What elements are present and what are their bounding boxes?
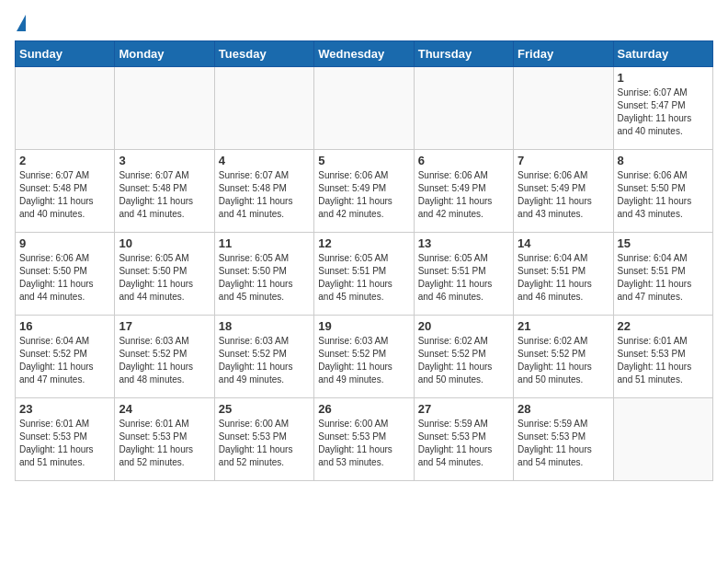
calendar-cell: 27Sunrise: 5:59 AM Sunset: 5:53 PM Dayli…: [414, 398, 513, 481]
calendar-cell: 25Sunrise: 6:00 AM Sunset: 5:53 PM Dayli…: [214, 398, 313, 481]
calendar-cell: [414, 67, 513, 150]
logo: [15, 15, 26, 33]
day-number: 24: [119, 402, 210, 416]
day-info: Sunrise: 6:01 AM Sunset: 5:53 PM Dayligh…: [19, 418, 110, 469]
calendar-header-saturday: Saturday: [613, 41, 712, 67]
day-info: Sunrise: 6:06 AM Sunset: 5:49 PM Dayligh…: [318, 169, 409, 221]
day-number: 17: [119, 319, 210, 333]
day-info: Sunrise: 6:01 AM Sunset: 5:53 PM Dayligh…: [618, 335, 709, 386]
day-number: 27: [418, 402, 509, 416]
calendar-header-friday: Friday: [514, 41, 613, 67]
calendar-cell: 7Sunrise: 6:06 AM Sunset: 5:49 PM Daylig…: [514, 150, 613, 233]
calendar-header-monday: Monday: [115, 41, 214, 67]
day-number: 12: [318, 236, 409, 250]
day-info: Sunrise: 6:07 AM Sunset: 5:48 PM Dayligh…: [19, 169, 110, 221]
day-info: Sunrise: 6:05 AM Sunset: 5:50 PM Dayligh…: [119, 252, 210, 304]
day-number: 6: [418, 154, 509, 167]
day-info: Sunrise: 6:01 AM Sunset: 5:53 PM Dayligh…: [119, 418, 210, 469]
day-info: Sunrise: 6:02 AM Sunset: 5:52 PM Dayligh…: [418, 335, 509, 386]
calendar-cell: 13Sunrise: 6:05 AM Sunset: 5:51 PM Dayli…: [414, 233, 513, 316]
day-number: 14: [518, 236, 609, 250]
calendar-cell: 6Sunrise: 6:06 AM Sunset: 5:49 PM Daylig…: [414, 150, 513, 233]
calendar-cell: 5Sunrise: 6:06 AM Sunset: 5:49 PM Daylig…: [314, 150, 414, 233]
day-info: Sunrise: 6:05 AM Sunset: 5:50 PM Dayligh…: [219, 252, 310, 304]
day-info: Sunrise: 6:05 AM Sunset: 5:51 PM Dayligh…: [318, 252, 409, 304]
day-info: Sunrise: 6:06 AM Sunset: 5:49 PM Dayligh…: [418, 169, 509, 221]
day-info: Sunrise: 5:59 AM Sunset: 5:53 PM Dayligh…: [418, 418, 509, 469]
day-info: Sunrise: 6:03 AM Sunset: 5:52 PM Dayligh…: [119, 335, 210, 386]
day-info: Sunrise: 6:06 AM Sunset: 5:49 PM Dayligh…: [518, 169, 609, 221]
day-number: 8: [618, 154, 709, 167]
calendar-cell: 11Sunrise: 6:05 AM Sunset: 5:50 PM Dayli…: [214, 233, 313, 316]
day-number: 7: [518, 154, 609, 167]
calendar-cell: 28Sunrise: 5:59 AM Sunset: 5:53 PM Dayli…: [514, 398, 613, 481]
day-info: Sunrise: 6:02 AM Sunset: 5:52 PM Dayligh…: [518, 335, 609, 386]
calendar-cell: 2Sunrise: 6:07 AM Sunset: 5:48 PM Daylig…: [16, 150, 115, 233]
calendar-cell: [16, 67, 115, 150]
day-number: 13: [418, 236, 509, 250]
day-number: 26: [318, 402, 409, 416]
calendar-cell: 18Sunrise: 6:03 AM Sunset: 5:52 PM Dayli…: [214, 316, 313, 398]
day-number: 18: [219, 319, 310, 333]
calendar-header-wednesday: Wednesday: [314, 41, 414, 67]
calendar-cell: 14Sunrise: 6:04 AM Sunset: 5:51 PM Dayli…: [514, 233, 613, 316]
day-info: Sunrise: 6:06 AM Sunset: 5:50 PM Dayligh…: [618, 169, 709, 221]
calendar-cell: 9Sunrise: 6:06 AM Sunset: 5:50 PM Daylig…: [16, 233, 115, 316]
day-number: 1: [618, 71, 709, 85]
day-number: 20: [418, 319, 509, 333]
day-number: 22: [618, 319, 709, 333]
calendar-cell: [613, 398, 712, 481]
day-number: 28: [518, 402, 609, 416]
calendar-header-sunday: Sunday: [16, 41, 115, 67]
day-number: 9: [19, 236, 110, 250]
calendar-header-row: SundayMondayTuesdayWednesdayThursdayFrid…: [16, 41, 713, 67]
day-info: Sunrise: 6:00 AM Sunset: 5:53 PM Dayligh…: [318, 418, 409, 469]
day-info: Sunrise: 6:04 AM Sunset: 5:52 PM Dayligh…: [19, 335, 110, 386]
calendar-cell: 17Sunrise: 6:03 AM Sunset: 5:52 PM Dayli…: [115, 316, 214, 398]
calendar-cell: 24Sunrise: 6:01 AM Sunset: 5:53 PM Dayli…: [115, 398, 214, 481]
day-number: 21: [518, 319, 609, 333]
calendar-week-1: 2Sunrise: 6:07 AM Sunset: 5:48 PM Daylig…: [16, 150, 713, 233]
calendar-week-3: 16Sunrise: 6:04 AM Sunset: 5:52 PM Dayli…: [16, 316, 713, 398]
calendar-cell: [115, 67, 214, 150]
day-info: Sunrise: 6:04 AM Sunset: 5:51 PM Dayligh…: [518, 252, 609, 304]
calendar-header-thursday: Thursday: [414, 41, 513, 67]
day-info: Sunrise: 6:07 AM Sunset: 5:48 PM Dayligh…: [119, 169, 210, 221]
day-info: Sunrise: 6:04 AM Sunset: 5:51 PM Dayligh…: [618, 252, 709, 304]
day-info: Sunrise: 6:03 AM Sunset: 5:52 PM Dayligh…: [318, 335, 409, 386]
day-number: 15: [618, 236, 709, 250]
day-number: 5: [318, 154, 409, 167]
day-number: 16: [19, 319, 110, 333]
calendar-cell: 19Sunrise: 6:03 AM Sunset: 5:52 PM Dayli…: [314, 316, 414, 398]
calendar-cell: [214, 67, 313, 150]
day-info: Sunrise: 6:03 AM Sunset: 5:52 PM Dayligh…: [219, 335, 310, 386]
day-number: 11: [219, 236, 310, 250]
calendar-cell: 26Sunrise: 6:00 AM Sunset: 5:53 PM Dayli…: [314, 398, 414, 481]
page-header: [15, 15, 713, 33]
logo-triangle-icon: [17, 15, 26, 31]
calendar-cell: 20Sunrise: 6:02 AM Sunset: 5:52 PM Dayli…: [414, 316, 513, 398]
calendar-table: SundayMondayTuesdayWednesdayThursdayFrid…: [15, 40, 713, 481]
calendar-cell: 15Sunrise: 6:04 AM Sunset: 5:51 PM Dayli…: [613, 233, 712, 316]
day-number: 2: [19, 154, 110, 167]
calendar-week-4: 23Sunrise: 6:01 AM Sunset: 5:53 PM Dayli…: [16, 398, 713, 481]
calendar-cell: [314, 67, 414, 150]
day-number: 19: [318, 319, 409, 333]
calendar-cell: 23Sunrise: 6:01 AM Sunset: 5:53 PM Dayli…: [16, 398, 115, 481]
calendar-cell: 16Sunrise: 6:04 AM Sunset: 5:52 PM Dayli…: [16, 316, 115, 398]
calendar-cell: 8Sunrise: 6:06 AM Sunset: 5:50 PM Daylig…: [613, 150, 712, 233]
calendar-header-tuesday: Tuesday: [214, 41, 313, 67]
day-number: 3: [119, 154, 210, 167]
calendar-cell: 21Sunrise: 6:02 AM Sunset: 5:52 PM Dayli…: [514, 316, 613, 398]
day-info: Sunrise: 6:06 AM Sunset: 5:50 PM Dayligh…: [19, 252, 110, 304]
day-info: Sunrise: 6:07 AM Sunset: 5:47 PM Dayligh…: [618, 86, 709, 138]
day-number: 25: [219, 402, 310, 416]
calendar-cell: 3Sunrise: 6:07 AM Sunset: 5:48 PM Daylig…: [115, 150, 214, 233]
calendar-cell: 22Sunrise: 6:01 AM Sunset: 5:53 PM Dayli…: [613, 316, 712, 398]
day-number: 4: [219, 154, 310, 167]
calendar-cell: 12Sunrise: 6:05 AM Sunset: 5:51 PM Dayli…: [314, 233, 414, 316]
calendar-cell: 4Sunrise: 6:07 AM Sunset: 5:48 PM Daylig…: [214, 150, 313, 233]
calendar-cell: 1Sunrise: 6:07 AM Sunset: 5:47 PM Daylig…: [613, 67, 712, 150]
calendar-cell: [514, 67, 613, 150]
day-info: Sunrise: 6:07 AM Sunset: 5:48 PM Dayligh…: [219, 169, 310, 221]
